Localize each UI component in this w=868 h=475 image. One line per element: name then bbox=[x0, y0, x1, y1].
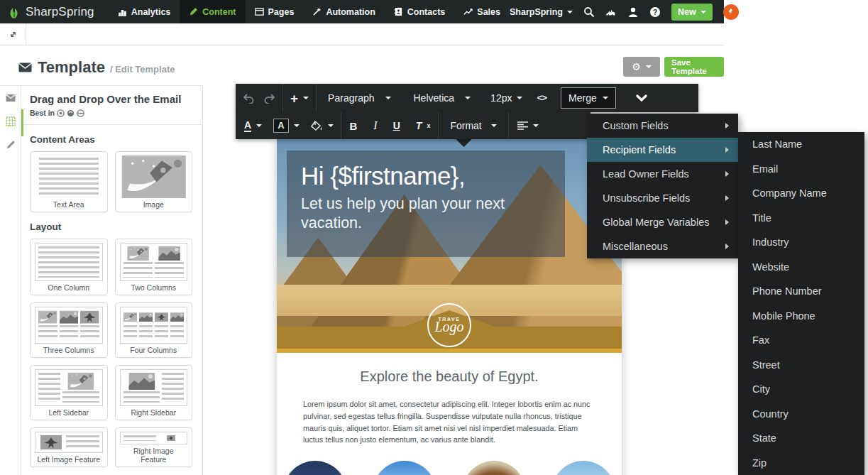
card-right-image-feature[interactable]: Right Image Feature bbox=[115, 427, 193, 467]
underline-button[interactable]: U bbox=[385, 112, 408, 139]
account-dropdown[interactable]: SharpSpring bbox=[510, 7, 573, 17]
photo-pyramids-field[interactable] bbox=[551, 461, 615, 475]
toolbar-collapse-button[interactable] bbox=[627, 92, 656, 104]
card-label: Left Sidebar bbox=[35, 406, 103, 417]
nav-item-automation[interactable]: Automation bbox=[303, 0, 384, 23]
hero-image-block[interactable]: Hi {$firstname}, Let us help you plan yo… bbox=[277, 139, 622, 353]
italic-button[interactable]: I bbox=[366, 112, 385, 139]
card-one-column[interactable]: One Column bbox=[30, 239, 108, 295]
code-view-button[interactable]: <> bbox=[531, 84, 552, 112]
submenu-item-company-name[interactable]: Company Name bbox=[738, 181, 864, 206]
submenu-item-street[interactable]: Street bbox=[738, 353, 864, 378]
email-body-text[interactable]: Lorem ipsum dolor sit amet, consectetur … bbox=[303, 398, 595, 446]
bar-chart-icon bbox=[118, 7, 127, 16]
undo-button[interactable] bbox=[236, 84, 259, 112]
search-button[interactable] bbox=[583, 6, 595, 18]
settings-dropdown-button[interactable]: ⚙ bbox=[623, 57, 660, 77]
rail-item-email[interactable] bbox=[0, 86, 21, 109]
chevron-right-icon bbox=[725, 147, 729, 153]
envelope-icon bbox=[6, 93, 16, 103]
menu-item-global-merge-variables[interactable]: Global Merge Variables bbox=[587, 210, 738, 234]
merge-dropdown-button[interactable]: Merge bbox=[561, 87, 616, 109]
submenu-item-title[interactable]: Title bbox=[738, 206, 864, 231]
window-icon bbox=[255, 7, 264, 16]
clear-formatting-button[interactable]: Tx bbox=[408, 112, 439, 139]
redo-button[interactable] bbox=[259, 84, 282, 112]
clear-formatting-icon: T bbox=[416, 120, 422, 131]
card-right-sidebar[interactable]: Right Sidebar bbox=[115, 365, 193, 420]
save-template-button[interactable]: Save Template bbox=[664, 57, 724, 77]
brand[interactable]: SharpSpring bbox=[0, 0, 104, 23]
card-left-sidebar[interactable]: Left Sidebar bbox=[30, 365, 108, 420]
menu-item-custom-fields[interactable]: Custom Fields bbox=[587, 114, 738, 138]
submenu-item-country[interactable]: Country bbox=[738, 402, 864, 427]
nav-item-label: Analytics bbox=[131, 7, 171, 17]
expand-button[interactable] bbox=[0, 23, 26, 45]
menu-item-unsubscribe-fields[interactable]: Unsubscribe Fields bbox=[587, 186, 738, 210]
font-family-dropdown[interactable]: Helvetica bbox=[402, 84, 483, 112]
nav-item-analytics[interactable]: Analytics bbox=[109, 0, 180, 23]
card-left-image-feature[interactable]: Left Image Feature bbox=[30, 427, 108, 467]
menu-item-miscellaneous[interactable]: Miscellaneous bbox=[587, 234, 738, 258]
submenu-item-zip[interactable]: Zip bbox=[738, 451, 864, 475]
hero-text-block[interactable]: Hi {$firstname}, Let us help you plan yo… bbox=[287, 151, 565, 257]
submenu-item-website[interactable]: Website bbox=[738, 255, 864, 280]
card-label: Text Area bbox=[35, 198, 103, 209]
nav-item-content[interactable]: Content bbox=[180, 0, 245, 23]
rail-item-layout[interactable] bbox=[0, 109, 21, 133]
submenu-item-state[interactable]: State bbox=[738, 426, 864, 451]
background-color-button[interactable]: A bbox=[268, 112, 304, 139]
text-color-icon: A bbox=[244, 120, 251, 132]
page-title-text: Template bbox=[38, 58, 105, 77]
font-size-dropdown[interactable]: 12px bbox=[482, 84, 531, 112]
rail-item-styles[interactable] bbox=[0, 133, 21, 156]
nav-item-pages[interactable]: Pages bbox=[246, 0, 304, 23]
photo-night-temple[interactable] bbox=[283, 461, 347, 475]
hero-subtitle[interactable]: Let us help you plan your next vacation. bbox=[301, 195, 535, 233]
best-in-label: Best in bbox=[30, 109, 55, 117]
hero-title[interactable]: Hi {$firstname}, bbox=[301, 162, 551, 190]
new-button[interactable]: New bbox=[671, 4, 713, 21]
italic-icon: I bbox=[373, 119, 377, 132]
avatar[interactable] bbox=[723, 4, 739, 20]
photo-sphinx[interactable] bbox=[373, 461, 436, 475]
nav-item-contacts[interactable]: Contacts bbox=[385, 0, 454, 23]
card-four-columns[interactable]: Four Columns bbox=[115, 302, 193, 358]
format-dropdown[interactable]: Format bbox=[439, 112, 507, 139]
rocket-illustration bbox=[120, 155, 188, 198]
chevron-right-icon bbox=[725, 219, 729, 225]
menu-item-label: Custom Fields bbox=[603, 120, 669, 131]
submenu-item-last-name[interactable]: Last Name bbox=[738, 132, 864, 157]
text-color-button[interactable]: A bbox=[236, 112, 268, 139]
card-image[interactable]: Image bbox=[115, 151, 193, 212]
menu-item-label: City bbox=[752, 383, 770, 395]
nav-item-sales[interactable]: Sales bbox=[454, 0, 510, 23]
mascot-button[interactable] bbox=[605, 6, 617, 18]
submenu-item-fax[interactable]: Fax bbox=[738, 328, 864, 353]
card-two-columns[interactable]: Two Columns bbox=[115, 239, 193, 295]
alignment-dropdown[interactable] bbox=[509, 112, 547, 139]
menu-item-lead-owner-fields[interactable]: Lead Owner Fields bbox=[587, 162, 738, 186]
submenu-item-mobile-phone[interactable]: Mobile Phone bbox=[738, 304, 864, 329]
format-label: Format bbox=[450, 120, 481, 131]
insert-element-button[interactable]: + bbox=[283, 84, 316, 112]
chevron-down-icon bbox=[491, 124, 497, 127]
paragraph-style-dropdown[interactable]: Paragraph bbox=[317, 84, 402, 112]
chevron-down-icon bbox=[533, 124, 539, 127]
menu-item-recipient-fields[interactable]: Recipient Fields bbox=[587, 138, 738, 162]
card-three-columns[interactable]: Three Columns bbox=[30, 302, 108, 358]
card-label: Four Columns bbox=[120, 344, 188, 355]
email-section-heading[interactable]: Explore the beauty of Egypt. bbox=[277, 368, 622, 385]
help-button[interactable]: ? bbox=[649, 6, 661, 18]
bold-button[interactable]: B bbox=[341, 112, 366, 139]
layout-grid: One Column Two Columns Three Column bbox=[30, 239, 192, 467]
photo-food[interactable] bbox=[462, 461, 526, 475]
editor-toolbar-row1: + Paragraph Helvetica 12px <> Merge bbox=[236, 84, 698, 112]
submenu-item-industry[interactable]: Industry bbox=[738, 230, 864, 255]
user-button[interactable] bbox=[627, 6, 639, 18]
submenu-item-phone-number[interactable]: Phone Number bbox=[738, 279, 864, 304]
submenu-item-city[interactable]: City bbox=[738, 377, 864, 402]
submenu-item-email[interactable]: Email bbox=[738, 157, 864, 182]
fill-color-button[interactable] bbox=[305, 112, 341, 139]
card-text-area[interactable]: Text Area bbox=[30, 151, 108, 212]
